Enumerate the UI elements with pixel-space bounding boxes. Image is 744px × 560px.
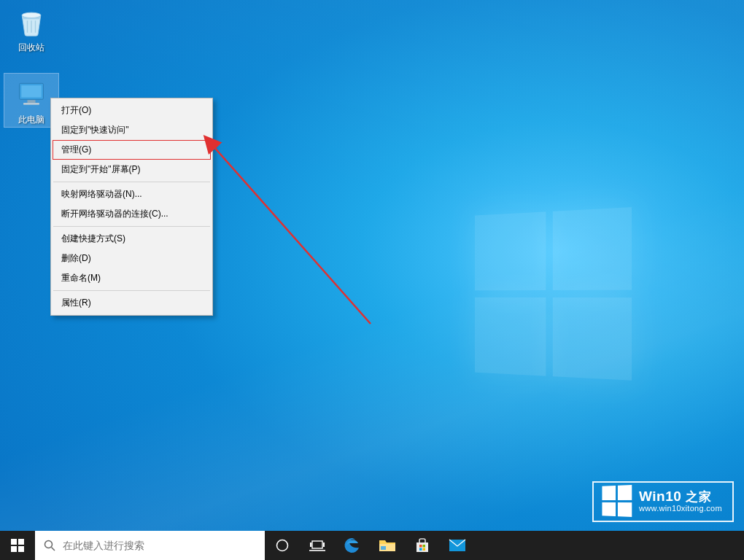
taskbar-store[interactable] bbox=[405, 531, 440, 560]
svg-rect-13 bbox=[312, 541, 322, 548]
search-icon bbox=[44, 540, 55, 551]
annotation-arrow bbox=[181, 134, 414, 338]
svg-line-11 bbox=[52, 548, 55, 551]
svg-rect-8 bbox=[11, 546, 17, 552]
svg-point-10 bbox=[45, 541, 53, 548]
taskbar-edge[interactable] bbox=[335, 531, 370, 560]
taskbar bbox=[0, 531, 744, 560]
svg-rect-16 bbox=[323, 542, 325, 547]
mail-icon bbox=[449, 539, 466, 552]
edge-icon bbox=[344, 537, 361, 554]
this-pc-icon bbox=[14, 77, 49, 112]
menu-separator bbox=[53, 182, 210, 182]
taskbar-cortana[interactable] bbox=[265, 531, 300, 560]
menu-item-properties[interactable]: 属性(R) bbox=[53, 293, 211, 313]
menu-separator bbox=[53, 226, 210, 227]
file-explorer-icon bbox=[379, 538, 396, 553]
store-icon bbox=[414, 537, 430, 553]
svg-rect-21 bbox=[419, 548, 422, 551]
svg-rect-22 bbox=[423, 548, 426, 551]
svg-point-0 bbox=[22, 12, 41, 18]
menu-item-pin-quick-access[interactable]: 固定到"快速访问" bbox=[53, 120, 211, 140]
menu-item-manage[interactable]: 管理(G) bbox=[53, 140, 211, 160]
menu-item-map-network-drive[interactable]: 映射网络驱动器(N)... bbox=[53, 184, 211, 204]
svg-rect-18 bbox=[381, 546, 386, 550]
context-menu-this-pc: 打开(O) 固定到"快速访问" 管理(G) 固定到"开始"屏幕(P) 映射网络驱… bbox=[50, 98, 213, 316]
taskbar-task-view[interactable] bbox=[300, 531, 335, 560]
svg-line-5 bbox=[213, 146, 371, 324]
menu-item-pin-start[interactable]: 固定到"开始"屏幕(P) bbox=[53, 160, 211, 179]
recycle-bin-icon bbox=[14, 4, 49, 39]
svg-point-12 bbox=[277, 540, 288, 551]
taskbar-search[interactable] bbox=[35, 531, 265, 560]
taskbar-file-explorer[interactable] bbox=[370, 531, 405, 560]
menu-separator bbox=[53, 290, 210, 291]
svg-rect-15 bbox=[310, 542, 311, 547]
svg-rect-9 bbox=[18, 546, 24, 552]
svg-rect-4 bbox=[23, 103, 39, 105]
svg-rect-6 bbox=[11, 539, 17, 545]
menu-item-rename[interactable]: 重命名(M) bbox=[53, 268, 211, 288]
svg-rect-2 bbox=[21, 85, 42, 97]
svg-rect-7 bbox=[18, 539, 24, 545]
windows-logo-background bbox=[475, 207, 635, 384]
menu-item-delete[interactable]: 删除(D) bbox=[53, 249, 211, 268]
start-button[interactable] bbox=[0, 531, 35, 560]
desktop-icon-recycle-bin[interactable]: 回收站 bbox=[4, 1, 58, 55]
watermark: Win10 之家 www.win10xitong.com bbox=[592, 481, 734, 522]
circle-icon bbox=[275, 538, 290, 553]
windows-logo-icon bbox=[602, 485, 632, 517]
menu-item-open[interactable]: 打开(O) bbox=[53, 101, 211, 120]
svg-rect-3 bbox=[28, 100, 36, 103]
taskbar-mail[interactable] bbox=[440, 531, 475, 560]
desktop-icon-label: 回收站 bbox=[4, 41, 58, 55]
windows-start-icon bbox=[11, 539, 24, 552]
svg-rect-20 bbox=[423, 545, 426, 548]
search-input[interactable] bbox=[63, 540, 256, 551]
svg-rect-19 bbox=[419, 545, 422, 548]
menu-item-create-shortcut[interactable]: 创建快捷方式(S) bbox=[53, 229, 211, 249]
task-view-icon bbox=[309, 539, 325, 552]
menu-item-disconnect-network-drive[interactable]: 断开网络驱动器的连接(C)... bbox=[53, 204, 211, 224]
